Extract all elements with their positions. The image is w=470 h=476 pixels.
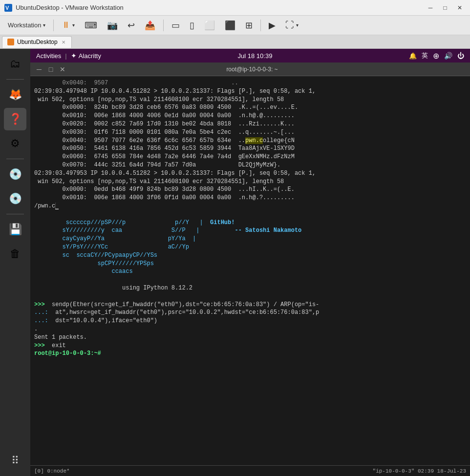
revert-button[interactable]: ↩	[124, 18, 139, 33]
main-area: 🗂 🦊 ❓ ⚙ 💿 💿 💾 🗑 ⠿ Activities | ✦ Alacrit…	[0, 49, 470, 476]
scapy-art-1: scccccp///pSP///p p//Y | GitHub!	[34, 219, 466, 227]
alacritty-label[interactable]: Alacritty	[79, 52, 101, 60]
view-button-5[interactable]: ⊞	[241, 18, 256, 33]
view-icon-1: ▭	[171, 20, 180, 31]
snapshot-button[interactable]: 📷	[103, 18, 122, 33]
minimize-button[interactable]: ─	[424, 3, 437, 12]
highlight-pwn: pwn.c	[245, 137, 263, 144]
alacritty-icon: ✦	[71, 52, 77, 60]
statusbar-right: "ip-10-0-0-3" 02:39 18-Jul-23	[80, 468, 466, 474]
term-line-9: 0x0050: 5461 6138 416a 7856 452d 6c53 58…	[34, 145, 466, 153]
term-line-5: 0x0010: 006e 1868 4000 4006 0e1d 0a00 00…	[34, 112, 466, 120]
terminal-minimize-button[interactable]: ─	[34, 65, 44, 73]
sidebar-item-trash[interactable]: 🗑	[4, 243, 26, 265]
fullscreen-button[interactable]: ⛶ ▾	[281, 18, 302, 32]
terminal-title-text: root@ip-10-0-0-3: ~	[67, 66, 437, 73]
view-button-1[interactable]: ▭	[168, 18, 184, 33]
view-button-4[interactable]: ⬛	[221, 18, 239, 33]
view-button-3[interactable]: ⬜	[200, 18, 219, 33]
language-icon[interactable]: 英	[422, 51, 428, 60]
prompt-cont2: ...:	[34, 317, 52, 324]
vm-tab-close[interactable]: ✕	[61, 39, 66, 45]
view-button-2[interactable]: ▯	[186, 18, 198, 33]
window-title: UbuntuDesktop - VMware Workstation	[16, 4, 424, 11]
tabbar: UbuntuDesktop ✕	[0, 35, 470, 49]
sidebar-item-optical1[interactable]: 💿	[4, 163, 26, 186]
sidebar-item-help[interactable]: ❓	[4, 108, 26, 130]
view-icon-5: ⊞	[245, 20, 253, 31]
sidebar-item-settings[interactable]: ⚙	[4, 132, 26, 155]
sendp-cont2-text: dst="10.0.0.4"),iface="eth0")	[52, 317, 157, 324]
sidebar-item-files[interactable]: 🗂	[4, 53, 26, 75]
terminal-body[interactable]: 0x0040: 9507 .. 02:39:03.497948 IP 10.0.…	[30, 76, 470, 465]
term-line-14: 0x0000: 0edd b468 49f9 824b bc89 3d28 08…	[34, 186, 466, 194]
app-icon: V	[4, 3, 13, 12]
scapy-art-2: sY/////////y caa S//P | -- Satoshi Nakam…	[34, 227, 466, 235]
terminal-container: Activities | ✦ Alacritty Jul 18 10:39 🔔 …	[30, 49, 470, 476]
toolbar: Workstation ▾ ⏸ ▾ ⌨ 📷 ↩ 📤 ▭ ▯ ⬜ ⬛ ⊞ ▶ ⛶ …	[0, 16, 470, 35]
bell-icon[interactable]: 🔔	[409, 52, 417, 60]
sendp-cont2: ...: dst="10.0.0.4"),iface="eth0")	[34, 317, 466, 325]
power-icon[interactable]: ⏻	[457, 52, 464, 60]
console-button[interactable]: ▶	[265, 18, 279, 33]
pause-button[interactable]: ⏸ ▾	[58, 18, 79, 32]
term-line-1: 0x0040: 9507 ..	[34, 79, 466, 87]
term-line-8: 0x0040: 9507 7077 6e2e 636f 6c6c 6567 65…	[34, 137, 466, 145]
ipython-version: using IPython 8.12.2	[34, 284, 466, 292]
workstation-menu-button[interactable]: Workstation ▾	[4, 20, 49, 31]
vm-tab[interactable]: UbuntuDesktop ✕	[2, 36, 72, 48]
scapy-art-7: ccaacs	[34, 268, 466, 276]
terminal-close-button[interactable]: ✕	[58, 65, 67, 73]
term-line-11: 0x0070: 444c 3251 6a4d 794d 7a57 7d0a DL…	[34, 161, 466, 169]
exit-line: >>> exit	[34, 342, 466, 350]
terminal-maximize-button[interactable]: □	[46, 65, 56, 73]
vm-tab-icon	[7, 39, 14, 45]
maximize-button[interactable]: □	[439, 3, 451, 12]
sound-icon[interactable]: 🔊	[444, 52, 452, 60]
console-icon: ▶	[269, 20, 276, 31]
sidebar-item-save[interactable]: 💾	[4, 218, 26, 241]
sent-line: Sent 1 packets.	[34, 333, 466, 342]
send-ctrl-alt-del-button[interactable]: ⌨	[81, 18, 101, 33]
sidebar-separator-1	[6, 79, 24, 80]
sidebar-item-firefox[interactable]: 🦊	[4, 83, 26, 106]
keyboard-icon: ⌨	[85, 20, 97, 31]
share-icon: 📤	[145, 20, 155, 31]
revert-icon: ↩	[128, 20, 135, 31]
final-prompt: root@ip-10-0-0-3:~#	[34, 350, 466, 358]
prompt-arrow: >>>	[34, 301, 48, 308]
term-line-cursor: /pwn.c█	[34, 202, 466, 210]
close-button[interactable]: ✕	[453, 3, 466, 12]
term-line-15: 0x0010: 006e 1868 4000 3f06 0f1d 0a00 00…	[34, 194, 466, 202]
workstation-label: Workstation	[8, 21, 41, 29]
view-icon-2: ▯	[190, 20, 194, 31]
sidebar-separator-3	[6, 214, 24, 214]
dot-line: .	[34, 325, 466, 333]
term-line-4: 0x0000: 824b bc89 3d28 ceb6 6576 0a83 08…	[34, 103, 466, 112]
sendp-cmd-text: sendp(Ether(src=get_if_hwaddr("eth0"),ds…	[48, 301, 320, 308]
sendp-cont1: ...: at",hwsrc=get_if_hwaddr("eth0"),psr…	[34, 309, 466, 317]
toolbar-separator-1	[53, 20, 54, 31]
term-line-7: 0x0030: 01f6 7118 0000 0101 080a 7e0a 5b…	[34, 128, 466, 137]
statusbar: [0] 0:node* "ip-10-0-0-3" 02:39 18-Jul-2…	[30, 465, 470, 476]
titlebar: V UbuntuDesktop - VMware Workstation ─ □…	[0, 0, 470, 16]
sidebar-item-apps[interactable]: ⠿	[4, 450, 26, 472]
terminal-titlebar: ─ □ ✕ root@ip-10-0-0-3: ~	[30, 62, 470, 76]
snapshot-icon: 📷	[107, 20, 118, 31]
sidebar-item-optical2[interactable]: 💿	[4, 187, 26, 210]
scapy-art-3: cayCyayP//Ya pY/Ya |	[34, 235, 466, 243]
share-button[interactable]: 📤	[141, 18, 159, 33]
prompt-arrow-2: >>>	[34, 342, 48, 349]
scapy-art-4: sY/PsY////YCc aC//Yp	[34, 243, 466, 251]
activities-button[interactable]: Activities	[36, 52, 61, 60]
vm-tab-label: UbuntuDesktop	[17, 39, 58, 45]
scapy-art-5: sc sccaCY//PCypaapyCP//YSs	[34, 251, 466, 260]
term-line-10: 0x0060: 6745 6558 784e 4d48 7a2e 6446 7a…	[34, 153, 466, 161]
view-icon-4: ⬛	[225, 20, 235, 31]
scapy-art-6: spCPY//////YPSps	[34, 260, 466, 268]
sendp-cmd: >>> sendp(Ether(src=get_if_hwaddr("eth0"…	[34, 301, 466, 309]
prompt-cont1: ...:	[34, 309, 52, 316]
ubuntu-topbar: Activities | ✦ Alacritty Jul 18 10:39 🔔 …	[30, 49, 470, 62]
fullscreen-icon: ⛶	[285, 20, 294, 30]
network-icon[interactable]: ⊕	[433, 51, 439, 61]
